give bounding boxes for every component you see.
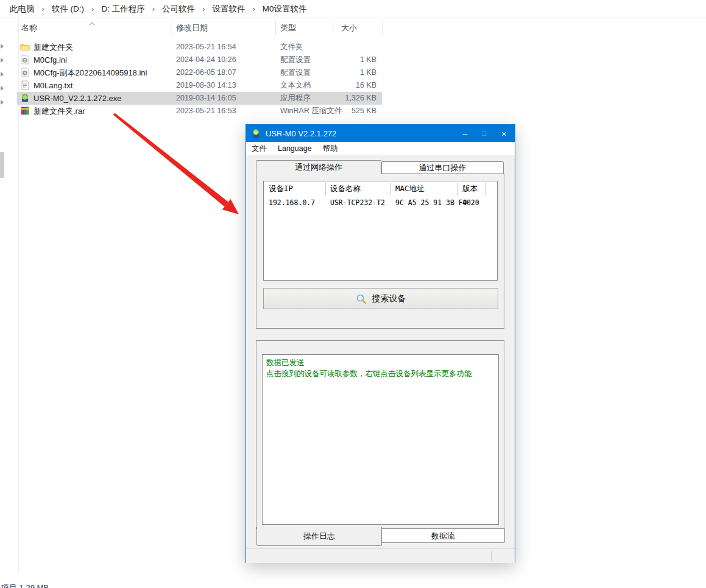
tab-data-stream[interactable]: 数据流: [381, 528, 505, 543]
close-button[interactable]: ×: [493, 125, 515, 142]
tree-expand-icon[interactable]: [1, 44, 4, 49]
file-date: 2022-06-05 18:07: [176, 66, 236, 79]
menu-help[interactable]: 帮助: [317, 142, 344, 155]
minimize-button[interactable]: –: [456, 125, 475, 142]
tree-expand-icon[interactable]: [1, 100, 4, 105]
column-header-name[interactable]: 名称: [21, 20, 37, 36]
breadcrumb-item-m0-setup[interactable]: M0设置软件: [260, 2, 309, 16]
table-row[interactable]: M0Cfg.ini 2024-04-24 10:26 配置设置 1 KB: [17, 54, 382, 66]
rar-archive-icon: [20, 106, 30, 116]
file-name: M0Lang.txt: [34, 79, 72, 92]
app-icon: [251, 128, 261, 138]
log-line: 数据已发送: [266, 357, 495, 368]
menu-language[interactable]: Language: [272, 142, 317, 155]
file-name: 新建文件夹: [34, 41, 73, 54]
device-name: USR-TCP232-T2: [330, 197, 385, 208]
folder-icon: [20, 42, 30, 52]
file-date: 2024-04-24 10:26: [176, 54, 236, 66]
log-line: 点击搜到的设备可读取参数，右键点击设备列表显示更多功能: [266, 368, 495, 379]
device-ip: 192.168.0.7: [269, 197, 315, 208]
device-column-mac[interactable]: MAC地址: [395, 181, 425, 196]
file-date: 2019-03-14 16:05: [176, 92, 236, 105]
ini-file-icon: [20, 68, 30, 77]
table-row[interactable]: 新建文件夹.rar 2023-05-21 16:53 WinRAR 压缩文件 5…: [17, 105, 382, 117]
exe-app-icon: [20, 93, 30, 103]
tree-expand-icon[interactable]: [1, 72, 4, 77]
column-header-date[interactable]: 修改日期: [176, 20, 208, 36]
tree-expand-icon[interactable]: [1, 86, 4, 91]
device-mac: 9C A5 25 91 3B F9: [395, 197, 467, 208]
breadcrumb-item-this-pc[interactable]: 此电脑: [7, 2, 37, 16]
usr-m0-window: USR-M0 V2.2.1.272 – □ × 文件 Language 帮助 通…: [245, 124, 515, 563]
file-date: 2019-08-30 14:13: [176, 79, 236, 92]
device-version: 4020: [462, 197, 479, 208]
chevron-right-icon: ›: [37, 4, 49, 13]
file-name: M0Cfg-副本20220614095918.ini: [34, 66, 147, 79]
txt-file-icon: [20, 80, 30, 90]
file-name: M0Cfg.ini: [34, 54, 67, 66]
chevron-right-icon: ›: [86, 4, 99, 13]
window-title: USR-M0 V2.2.1.272: [266, 129, 336, 138]
statusbar-text: 项目 1.29 MB: [1, 583, 49, 588]
file-size: 1,326 KB: [291, 92, 376, 105]
tree-expand-icon[interactable]: [1, 58, 4, 63]
column-divider: [333, 21, 333, 35]
table-row[interactable]: M0Cfg-副本20220614095918.ini 2022-06-05 18…: [17, 66, 382, 79]
file-type: 文件夹: [280, 41, 303, 54]
file-name: USR-M0_V2.2.1.272.exe: [34, 92, 122, 105]
device-column-version[interactable]: 版本: [462, 181, 478, 196]
device-column-ip[interactable]: 设备IP: [269, 181, 293, 196]
titlebar[interactable]: USR-M0 V2.2.1.272 – □ ×: [246, 125, 515, 142]
column-divider: [275, 21, 276, 35]
search-device-label: 搜索设备: [372, 293, 406, 304]
table-row-selected[interactable]: USR-M0_V2.2.1.272.exe 2019-03-14 16:05 应…: [17, 92, 382, 105]
chevron-right-icon: ›: [247, 4, 259, 13]
column-header-size[interactable]: 大小: [341, 20, 357, 36]
file-name: 新建文件夹.rar: [34, 105, 85, 117]
search-device-button[interactable]: 搜索设备: [263, 288, 498, 309]
file-size: 16 KB: [291, 79, 376, 92]
breadcrumb-item-work-programs[interactable]: D: 工作程序: [99, 2, 147, 16]
column-divider: [485, 183, 486, 195]
breadcrumb: 此电脑 › 软件 (D:) › D: 工作程序 › 公司软件 › 设置软件 › …: [0, 0, 706, 18]
column-divider: [390, 183, 391, 195]
column-divider: [325, 183, 326, 195]
breadcrumb-item-company-software[interactable]: 公司软件: [160, 2, 197, 16]
column-divider: [171, 21, 171, 35]
breadcrumb-item-drive-d[interactable]: 软件 (D:): [49, 2, 86, 16]
chevron-right-icon: ›: [197, 4, 210, 13]
file-size: 525 KB: [291, 105, 376, 117]
table-row[interactable]: M0Lang.txt 2019-08-30 14:13 文本文档 16 KB: [17, 79, 382, 92]
sort-ascending-icon: [89, 22, 95, 38]
menu-file[interactable]: 文件: [246, 142, 272, 155]
tab-network-operation[interactable]: 通过网络操作: [256, 160, 381, 174]
operation-log[interactable]: 数据已发送 点击搜到的设备可读取参数，右键点击设备列表显示更多功能: [262, 354, 499, 525]
device-list-header: 设备IP 设备名称 MAC地址 版本: [264, 181, 497, 196]
file-date: 2023-05-21 16:53: [176, 105, 236, 117]
device-column-name[interactable]: 设备名称: [330, 181, 361, 196]
nav-scrollbar[interactable]: [0, 152, 4, 178]
column-divider: [382, 21, 383, 35]
statusbar-divider: [491, 551, 492, 561]
maximize-button[interactable]: □: [475, 125, 493, 142]
device-list[interactable]: 设备IP 设备名称 MAC地址 版本 192.168.0.7 USR-TCP23…: [263, 181, 498, 281]
file-size: 1 KB: [291, 66, 376, 79]
file-date: 2023-05-21 16:54: [176, 41, 236, 54]
column-header-type[interactable]: 类型: [280, 20, 296, 36]
dialog-statusbar: [246, 548, 515, 563]
tab-serial-operation[interactable]: 通过串口操作: [381, 161, 504, 174]
table-row[interactable]: 新建文件夹 2023-05-21 16:54 文件夹: [17, 41, 382, 54]
column-divider: [457, 183, 458, 195]
device-row[interactable]: 192.168.0.7 USR-TCP232-T2 9C A5 25 91 3B…: [264, 197, 497, 208]
search-icon: [356, 293, 367, 304]
menubar: 文件 Language 帮助: [246, 142, 515, 155]
tab-operation-log[interactable]: 操作日志: [256, 527, 382, 546]
file-size: 1 KB: [291, 54, 376, 66]
chevron-right-icon: ›: [147, 4, 160, 13]
breadcrumb-item-setup-software[interactable]: 设置软件: [210, 2, 247, 16]
ini-file-icon: [20, 55, 30, 65]
